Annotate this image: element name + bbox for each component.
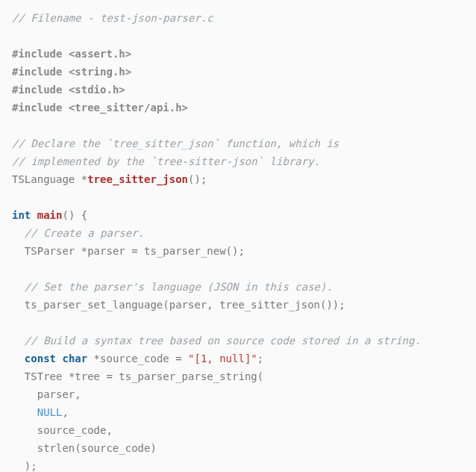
type-tstree: TSTree: [25, 370, 63, 382]
code-block: // Filename - test-json-parser.c #includ…: [12, 9, 464, 472]
include-directive: #include: [12, 66, 62, 78]
fn-main: main: [37, 209, 63, 221]
include-directive: #include: [12, 102, 62, 114]
header-treesitter: <tree_sitter/api.h>: [69, 102, 188, 114]
arg-parser: parser,: [37, 388, 81, 400]
comment-set-language: // Set the parser's language (JSON in th…: [25, 281, 333, 293]
comment-filename: // Filename - test-json-parser.c: [12, 12, 213, 24]
keyword-const: const: [25, 353, 56, 364]
keyword-char: char: [62, 353, 87, 364]
comment-declare-1: // Declare the `tree_sitter_json` functi…: [12, 137, 339, 149]
parser-decl: *parser = ts_parser_new();: [81, 245, 245, 257]
arg-strlen: strlen(source_code): [37, 442, 157, 454]
main-open: () {: [62, 209, 87, 221]
semicolon: ;: [257, 353, 263, 364]
star-op: *: [81, 173, 87, 185]
header-stdio: <stdio.h>: [69, 84, 125, 96]
include-directive: #include: [12, 84, 62, 96]
include-directive: #include: [12, 48, 62, 60]
comment-declare-2: // implemented by the `tree-sitter-json`…: [12, 155, 320, 167]
comma: ,: [62, 406, 68, 418]
arg-null: NULL: [37, 406, 63, 418]
source-code-decl: *source_code =: [94, 353, 188, 364]
comment-create-parser: // Create a parser.: [25, 227, 144, 239]
arg-source-code: source_code,: [37, 424, 113, 436]
header-assert: <assert.h>: [69, 48, 131, 60]
keyword-int: int: [12, 209, 31, 221]
string-literal: "[1, null]": [188, 353, 257, 364]
tree-decl: *tree = ts_parser_parse_string(: [69, 370, 263, 382]
type-tsparser: TSParser: [25, 245, 75, 257]
type-tslanguage: TSLanguage: [12, 173, 75, 185]
close-call: );: [25, 460, 37, 472]
call-set-language: ts_parser_set_language(parser, tree_sitt…: [25, 299, 345, 311]
header-string: <string.h>: [69, 66, 131, 78]
parens-semi: ();: [188, 173, 207, 185]
fn-tree-sitter-json: tree_sitter_json: [87, 173, 188, 185]
comment-build-tree: // Build a syntax tree based on source c…: [25, 335, 421, 347]
